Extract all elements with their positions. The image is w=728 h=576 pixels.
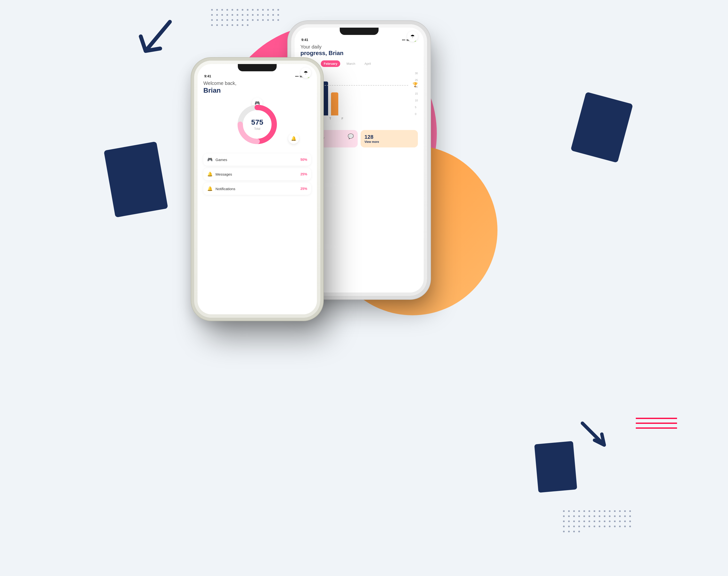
progress-title-line1: Your daily: [301, 44, 418, 50]
bar-orange-f: [331, 92, 338, 115]
card2-amount: 128: [364, 134, 414, 140]
x-label-f: F: [338, 117, 347, 120]
umbrella-icon-1: ☂: [304, 70, 308, 76]
arrow-bottomright: [575, 411, 619, 455]
notifications-pct: 25%: [301, 187, 307, 191]
y-label-5: 5: [415, 106, 418, 109]
notifications-label: Notifications: [216, 187, 235, 191]
notifications-icon: 🔔: [207, 186, 213, 191]
y-label-15: 15: [415, 92, 418, 95]
bar-group-t2: [321, 82, 328, 115]
games-icon: 🎮: [207, 157, 213, 162]
dots-bottom-right: [563, 509, 631, 532]
list-item-messages: 🔔 Messages 25%: [203, 168, 311, 180]
card-orange: 128 View more: [361, 130, 418, 147]
tab-april[interactable]: April: [362, 60, 374, 67]
phone2-umbrella-logo[interactable]: ☂: [407, 31, 418, 42]
donut-number: 575: [251, 118, 263, 126]
signal-icon-1: ▪▪▪: [295, 75, 299, 78]
card2-link[interactable]: View more: [364, 140, 414, 144]
shape-navy-bottom: [534, 441, 577, 493]
donut-icon-right: 🔔: [288, 133, 299, 144]
progress-title-line2: progress, Brian: [301, 50, 418, 57]
shape-navy-right: [570, 92, 633, 163]
welcome-name: Brian: [203, 87, 311, 94]
y-label-10: 10: [415, 99, 418, 102]
tab-february[interactable]: February: [321, 60, 340, 67]
bar-navy-t2: [321, 82, 328, 115]
list-item-games: 🎮 Games 50%: [203, 153, 311, 166]
phone1-screen: ☂ 9:41 ▪▪▪ wifi 🔋 Welcome back, Brian: [198, 64, 317, 314]
list-item-notifications: 🔔 Notifications 25%: [203, 183, 311, 195]
phone1-umbrella-logo[interactable]: ☂: [301, 67, 311, 78]
progress-user-name: Brian: [329, 50, 343, 56]
phone1-notch: [238, 64, 277, 71]
phone2-time: 9:41: [301, 38, 308, 42]
bar-group-f: [331, 92, 338, 115]
list-item-games-left: 🎮 Games: [207, 157, 227, 162]
x-label-t2: T: [326, 117, 335, 120]
y-label-0: 0: [415, 113, 418, 115]
tab-march[interactable]: March: [344, 60, 358, 67]
donut-container: 🎮 575 Total 🔔: [203, 100, 311, 149]
signal-icon: ▪▪▪: [402, 38, 405, 42]
red-lines: [636, 416, 679, 431]
messages-icon: 🔔: [207, 171, 213, 177]
games-pct: 50%: [301, 157, 307, 162]
donut-center: 575 Total: [251, 118, 263, 131]
list-item-messages-left: 🔔 Messages: [207, 171, 232, 177]
games-label: Games: [216, 157, 227, 162]
umbrella-icon: ☂: [410, 33, 415, 39]
progress-title: Your daily progress, Brian: [301, 44, 418, 57]
y-label-30: 30: [415, 72, 418, 75]
y-label-20: 20: [415, 85, 418, 88]
list-item-notifications-left: 🔔 Notifications: [207, 186, 235, 191]
phone1-time: 9:41: [204, 74, 211, 78]
dots-top-left: [211, 7, 279, 26]
messages-pct: 25%: [301, 172, 307, 176]
phone1: ☂ 9:41 ▪▪▪ wifi 🔋 Welcome back, Brian: [194, 61, 320, 318]
y-label-25: 25: [415, 79, 418, 82]
welcome-text: Welcome back,: [203, 81, 311, 86]
phone1-shell: ☂ 9:41 ▪▪▪ wifi 🔋 Welcome back, Brian: [194, 61, 320, 318]
chart-y-labels: 30 25 20 15 10 5 0: [415, 72, 418, 115]
donut-label: Total: [254, 127, 260, 131]
message-icon: 💬: [348, 134, 354, 139]
phones-container: ☂ 9:41 ▪▪▪ wifi 🔋 Your daily progress, B: [146, 24, 534, 485]
messages-label: Messages: [216, 172, 232, 176]
phone2-notch: [340, 28, 379, 35]
screen1-content: Welcome back, Brian 🎮: [198, 81, 317, 314]
